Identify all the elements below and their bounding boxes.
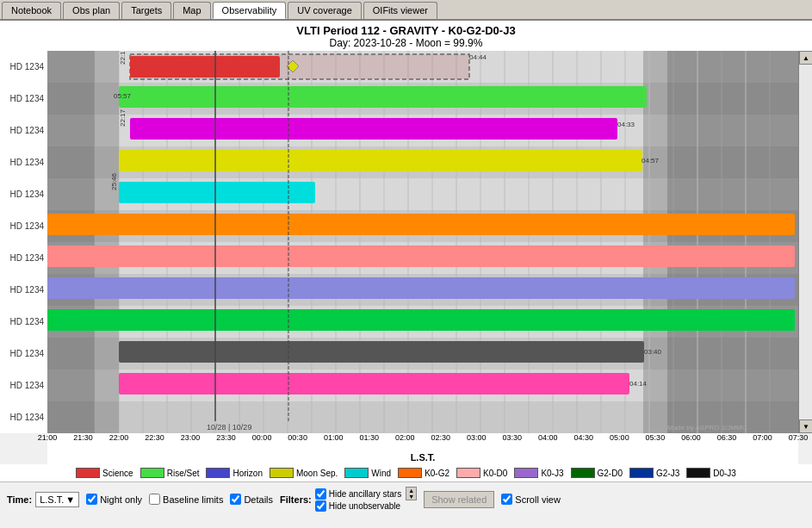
y-axis: HD 1234 HD 1234 HD 1234 HD 1234 HD 1234 … (0, 51, 47, 433)
svg-text:05:57: 05:57 (114, 92, 132, 100)
svg-rect-59 (47, 214, 795, 235)
tab-notebook[interactable]: Notebook (2, 2, 61, 19)
time-label: Time: (7, 494, 32, 505)
tick-0000: 00:00 (252, 433, 272, 442)
hide-ancillary-checkbox[interactable] (315, 488, 326, 500)
x-axis: 21:00 21:30 22:00 22:30 23:00 23:30 00:0… (47, 433, 798, 450)
svg-rect-15 (643, 51, 667, 433)
filter-row-1: Hide ancillary stars ▲ ▼ (315, 487, 417, 500)
svg-rect-12 (47, 51, 95, 433)
svg-rect-13 (667, 51, 798, 433)
tab-observability[interactable]: Observability (213, 2, 287, 19)
y-label-4: HD 1234 (0, 146, 47, 178)
chart-scrollbar[interactable]: ▲ ▼ (798, 51, 812, 433)
legend-color-k0j3 (514, 468, 538, 478)
legend-science: Science (76, 468, 133, 478)
tick-0130: 01:30 (359, 433, 379, 442)
chart-main[interactable]: 22:17 04:44 05:57 22:17 04:33 04:57 25:4… (47, 51, 798, 433)
details-control[interactable]: Details (230, 494, 273, 505)
svg-rect-14 (95, 51, 119, 433)
tick-2200: 22:00 (109, 433, 129, 442)
svg-text:10/28 | 10/29: 10/28 | 10/29 (207, 423, 251, 432)
filters-label: Filters: (280, 494, 312, 505)
scroll-down-btn[interactable]: ▼ (799, 419, 812, 433)
tab-targets[interactable]: Targets (121, 2, 171, 19)
tick-0030: 00:30 (288, 433, 307, 442)
legend-label-k0d0: K0-D0 (483, 469, 507, 478)
legend-label-moonsep: Moon Sep. (296, 469, 338, 478)
tick-0230: 02:30 (431, 433, 450, 442)
scroll-view-checkbox[interactable] (501, 494, 512, 505)
filters-box: Hide ancillary stars ▲ ▼ Hide unobservab… (315, 487, 417, 512)
svg-text:04:57: 04:57 (642, 157, 660, 165)
svg-rect-65 (119, 373, 629, 394)
y-label-2: HD 1234 (0, 83, 47, 115)
app-container: Notebook Obs plan Targets Map Observabil… (0, 0, 812, 516)
y-label-5: HD 1234 (0, 178, 47, 210)
svg-rect-57 (119, 182, 315, 203)
tick-0330: 03:30 (503, 433, 523, 442)
legend-color-g2d0 (571, 468, 595, 478)
legend-label-g2j3: G2-J3 (656, 469, 679, 478)
legend-label-d0j3: D0-J3 (713, 469, 736, 478)
filter-down-1[interactable]: ▼ (406, 494, 416, 500)
tab-oifits-viewer[interactable]: OIFits viewer (363, 2, 437, 19)
scroll-view-control[interactable]: Scroll view (501, 494, 561, 505)
svg-rect-61 (47, 277, 795, 299)
time-control: Time: L.S.T. ▼ (7, 492, 79, 507)
tab-map[interactable]: Map (173, 2, 210, 19)
y-label-9: HD 1234 (0, 306, 47, 338)
baseline-limits-label: Baseline limits (163, 494, 223, 505)
svg-text:04:14: 04:14 (629, 380, 648, 388)
tick-0300: 03:00 (467, 433, 487, 442)
legend-color-k0d0 (456, 468, 480, 478)
chart-subtitle: Day: 2023-10-28 - Moon = 99.9% (0, 37, 812, 49)
x-axis-label: L.S.T. (47, 450, 798, 464)
y-label-6: HD 1234 (0, 210, 47, 242)
baseline-limits-checkbox[interactable] (149, 494, 160, 505)
tick-0600: 06:00 (681, 433, 701, 442)
night-only-label: Night only (100, 494, 142, 505)
svg-text:03:40: 03:40 (644, 348, 662, 356)
filter-arrows-1[interactable]: ▲ ▼ (406, 487, 417, 500)
night-only-checkbox[interactable] (86, 494, 97, 505)
svg-text:22:17: 22:17 (119, 109, 127, 127)
chart-svg: 22:17 04:44 05:57 22:17 04:33 04:57 25:4… (47, 51, 798, 433)
svg-rect-55 (119, 150, 642, 171)
y-label-12: HD 1234 (0, 401, 47, 433)
legend-g2d0: G2-D0 (571, 468, 623, 478)
hide-ancillary-control[interactable]: Hide ancillary stars (315, 488, 401, 500)
legend-color-d0j3 (686, 468, 710, 478)
tick-0200: 02:00 (395, 433, 415, 442)
legend-g2j3: G2-J3 (629, 468, 679, 478)
tick-2100: 21:00 (38, 433, 58, 442)
y-label-11: HD 1234 (0, 370, 47, 401)
hide-unobservable-control[interactable]: Hide unobservable (315, 500, 400, 512)
hide-ancillary-label: Hide ancillary stars (329, 489, 401, 499)
y-label-8: HD 1234 (0, 274, 47, 306)
night-only-control[interactable]: Night only (86, 494, 142, 505)
scroll-up-btn[interactable]: ▲ (799, 51, 812, 65)
y-label-7: HD 1234 (0, 242, 47, 274)
hide-unobservable-checkbox[interactable] (315, 500, 326, 512)
tab-uv-coverage[interactable]: UV coverage (288, 2, 362, 19)
details-checkbox[interactable] (230, 494, 241, 505)
legend-color-horizon (206, 468, 230, 478)
legend-color-science (76, 468, 100, 478)
legend-label-riseset: Rise/Set (167, 469, 200, 478)
tick-0430: 04:30 (574, 433, 594, 442)
show-related-button[interactable]: Show related (424, 491, 494, 508)
tick-0630: 06:30 (717, 433, 737, 442)
baseline-limits-control[interactable]: Baseline limits (149, 494, 223, 505)
tick-0730: 07:30 (789, 433, 809, 442)
filter-up-1[interactable]: ▲ (406, 488, 416, 494)
legend-wind: Wind (344, 468, 391, 478)
tab-obs-plan[interactable]: Obs plan (63, 2, 120, 19)
svg-rect-46 (130, 56, 280, 78)
legend: Science Rise/Set Horizon Moon Sep. Wind … (0, 464, 812, 481)
y-label-10: HD 1234 (0, 338, 47, 370)
time-dropdown[interactable]: L.S.T. ▼ (35, 492, 79, 507)
svg-text:04:33: 04:33 (617, 121, 635, 128)
scrollbar-track[interactable] (799, 65, 812, 419)
legend-color-k0g2 (398, 468, 422, 478)
